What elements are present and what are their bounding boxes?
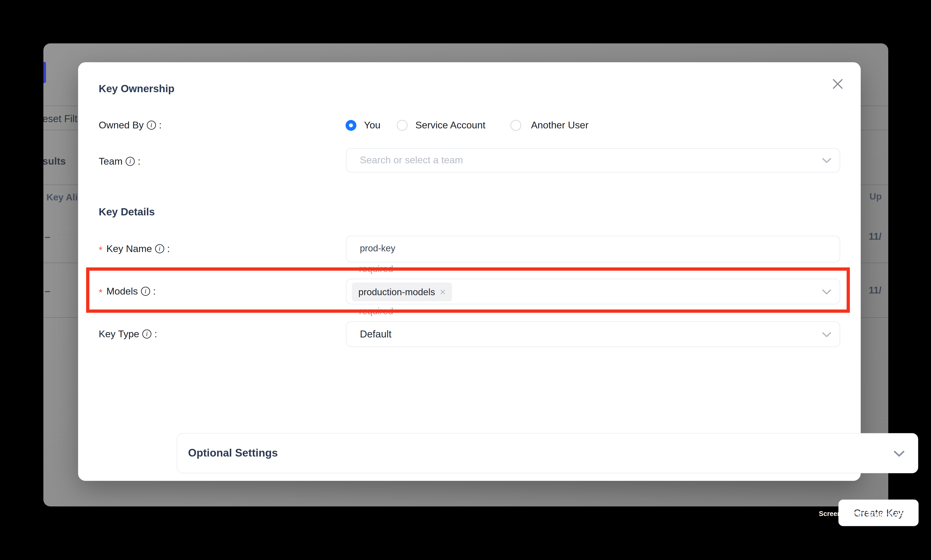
radio-selected-icon (346, 120, 356, 131)
colon: : (154, 328, 157, 340)
colon: : (159, 120, 162, 131)
page: eset Filt sults Key Alia Up – 11/ – 11/ … (0, 0, 931, 560)
key-name-input-box (346, 236, 840, 262)
info-icon (147, 121, 156, 130)
chevron-down-icon (894, 451, 905, 457)
reset-filters-fragment: eset Filt (43, 113, 77, 125)
team-label-text: Team (99, 156, 123, 167)
owned-by-label: Owned By : (99, 120, 162, 131)
watermark-text: Screenshot by Xnapper.com (819, 510, 909, 518)
colon: : (167, 243, 170, 254)
team-select-placeholder: Search or select a team (360, 154, 463, 166)
table-row-updated-date: 11/ (869, 231, 882, 242)
required-asterisk: * (99, 245, 103, 256)
close-icon (830, 77, 845, 91)
owned-by-label-text: Owned By (99, 120, 144, 131)
info-icon (142, 329, 151, 338)
table-row-cell-dash: – (45, 285, 50, 297)
key-name-label: * Key Name : (99, 243, 170, 254)
key-type-label: Key Type : (99, 328, 157, 340)
section-title-key-details: Key Details (99, 206, 155, 218)
results-count-fragment: sults (43, 155, 66, 167)
optional-settings-title: Optional Settings (188, 446, 278, 459)
key-type-selected-value: Default (360, 328, 391, 340)
radio-label-another-user[interactable]: Another User (531, 120, 588, 131)
radio-label-you[interactable]: You (364, 120, 380, 131)
chevron-down-icon (822, 158, 831, 163)
radio-label-service-account[interactable]: Service Account (415, 120, 485, 131)
table-row-updated-date: 11/ (869, 285, 882, 295)
team-label: Team : (99, 156, 140, 167)
key-type-label-text: Key Type (99, 328, 139, 340)
table-row-cell-dash: – (45, 231, 50, 243)
close-button[interactable] (830, 77, 845, 91)
key-name-label-text: Key Name (106, 243, 152, 254)
team-select[interactable]: Search or select a team (346, 148, 840, 172)
column-header-updated: Up (869, 191, 882, 202)
annotation-highlight-rectangle (86, 268, 850, 313)
info-icon (126, 157, 135, 166)
radio-unselected-icon (510, 120, 521, 131)
colon: : (138, 156, 140, 167)
occluded-blue-button-fragment (43, 62, 46, 83)
optional-settings-toggle[interactable] (177, 433, 918, 473)
section-title-key-ownership: Key Ownership (99, 83, 174, 95)
column-header-key-alias: Key Alia (46, 192, 83, 203)
key-name-input[interactable] (360, 243, 816, 254)
key-type-select[interactable]: Default (346, 322, 840, 347)
info-icon (155, 244, 164, 253)
chevron-down-icon (822, 332, 831, 337)
radio-unselected-icon (397, 120, 408, 131)
